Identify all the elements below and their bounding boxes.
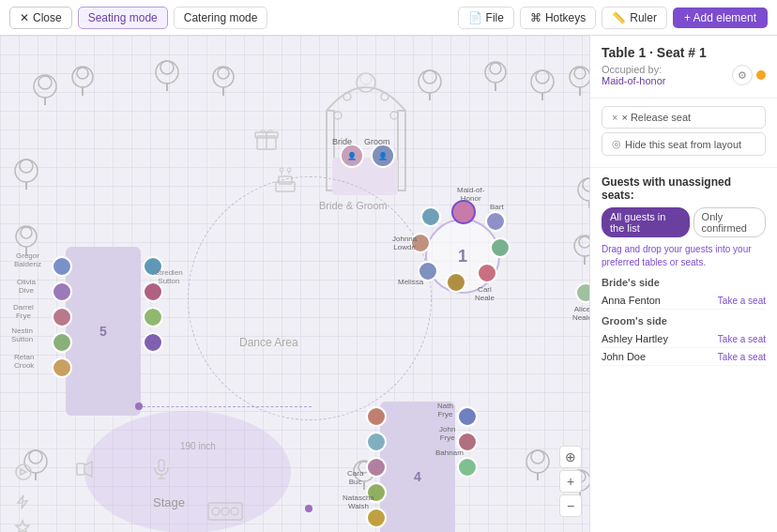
seat-t1-2[interactable]: [485, 211, 506, 232]
t4-label-2: JohnFrye: [439, 425, 455, 442]
tree-5: [413, 68, 447, 102]
seat-t5-5[interactable]: [52, 357, 72, 378]
zoom-out-button[interactable]: −: [559, 494, 582, 517]
seat-t4-3[interactable]: [366, 457, 387, 478]
tree-12: [568, 233, 589, 266]
status-dot: [756, 70, 766, 80]
catering-mode-button[interactable]: Catering mode: [174, 7, 268, 29]
seat-t4-5[interactable]: [366, 508, 387, 528]
gear-button[interactable]: ⚙: [732, 65, 753, 85]
seat-t4-6[interactable]: [457, 406, 478, 427]
svg-point-25: [20, 160, 33, 173]
anna-take-seat[interactable]: Take a seat: [718, 296, 766, 306]
svg-marker-75: [18, 495, 27, 509]
ashley-take-seat[interactable]: Take a seat: [718, 334, 766, 344]
map-controls: ⊕ + −: [559, 446, 582, 517]
grooms-side-label: Groom's side: [602, 315, 766, 327]
svg-point-72: [221, 508, 229, 515]
svg-point-34: [579, 236, 589, 248]
svg-rect-67: [159, 460, 164, 471]
tree-4: [206, 64, 240, 98]
ruler-button[interactable]: 📏 Ruler: [602, 7, 667, 29]
groom-label: Groom: [364, 137, 390, 146]
seat-t4-8[interactable]: [457, 457, 478, 478]
name-label-5: RetanCrook: [14, 353, 34, 370]
seat-t1-8[interactable]: [420, 206, 441, 227]
svg-point-4: [77, 68, 88, 79]
name-label-2: OliviaDive: [17, 278, 36, 295]
crosshair-button[interactable]: ⊕: [559, 446, 582, 468]
svg-point-39: [526, 450, 549, 473]
stage-area: [84, 411, 291, 532]
hide-seat-button[interactable]: ◎ Hide this seat from layout: [602, 132, 766, 156]
seat-t5-1[interactable]: [52, 256, 72, 277]
add-element-button[interactable]: + Add element: [673, 8, 768, 28]
file-button[interactable]: 📄 File: [458, 7, 514, 29]
guests-section-title: Guests with unassigned seats:: [602, 175, 766, 202]
john-take-seat[interactable]: Take a seat: [718, 352, 766, 362]
tree-11: [572, 176, 589, 210]
toolbar-right: 📄 File ⌘ Hotkeys 📏 Ruler + Add element: [458, 7, 768, 29]
tree-6: [479, 59, 512, 93]
groom-avatar[interactable]: 👤: [371, 144, 395, 168]
close-button[interactable]: ✕ Close: [9, 7, 72, 29]
ashley-hartley-name: Ashley Hartley: [602, 333, 668, 344]
name-label-1: GregorBaldenz: [14, 251, 41, 268]
filter-all-tab[interactable]: All guests in the list: [602, 207, 690, 237]
svg-point-13: [423, 70, 436, 84]
svg-rect-49: [398, 111, 405, 190]
svg-point-21: [570, 67, 589, 87]
t4-label-5: NataschaWalsh: [343, 494, 374, 510]
seat-t5-4[interactable]: [52, 332, 72, 353]
mixer-icon: [206, 495, 244, 524]
svg-point-19: [536, 70, 549, 84]
release-seat-button[interactable]: × × Release seat: [602, 106, 766, 129]
audio-icon: [14, 463, 33, 484]
seat-t4-2[interactable]: [366, 432, 387, 452]
moh-label: Maid-of-Honor: [457, 186, 484, 203]
svg-point-28: [21, 227, 32, 238]
guest-row-anna: Anna Fenton Take a seat: [602, 292, 766, 310]
svg-marker-76: [16, 521, 29, 532]
seat-t4-1[interactable]: [366, 406, 387, 427]
seat-t1-2-label: Bart: [490, 203, 504, 211]
measurement-dot-right: [305, 505, 312, 512]
seat-t1-4[interactable]: [477, 263, 497, 283]
seating-canvas[interactable]: 👤 👤 Bride Groom Bride & Groom: [0, 36, 589, 532]
table-4[interactable]: 4: [380, 402, 455, 532]
release-icon: ×: [612, 112, 617, 123]
tree-2: [66, 64, 99, 98]
occupied-row: Occupied by: Maid-of-honor ⚙: [602, 64, 766, 86]
seat-t5-8[interactable]: [143, 307, 163, 327]
svg-point-52: [381, 93, 388, 100]
seat-t5-2[interactable]: [52, 281, 72, 302]
bride-avatar[interactable]: 👤: [340, 144, 364, 168]
guests-hint: Drag and drop your guests into your pref…: [602, 243, 766, 269]
panel-title: Table 1 · Seat # 1: [602, 45, 766, 60]
svg-point-12: [419, 70, 441, 93]
hotkeys-button[interactable]: ⌘ Hotkeys: [520, 7, 596, 29]
brides-side-label: Bride's side: [602, 277, 766, 288]
svg-rect-66: [77, 464, 84, 475]
seat-t1-moh[interactable]: [451, 200, 476, 224]
measurement-line: [138, 406, 312, 407]
svg-point-22: [574, 68, 586, 79]
svg-point-1: [38, 76, 52, 89]
microphone-icon: [150, 458, 173, 483]
table-5[interactable]: 5: [66, 247, 141, 416]
svg-point-0: [34, 75, 56, 98]
seat-t1-3[interactable]: [490, 237, 510, 258]
occupied-label: Occupied by:: [602, 64, 665, 75]
zoom-in-button[interactable]: +: [559, 470, 582, 493]
svg-point-53: [334, 112, 342, 119]
filter-confirmed-tab[interactable]: Only confirmed: [693, 207, 766, 237]
seat-t1-7-label: JohnnaLowde: [392, 235, 417, 251]
right-panel: Table 1 · Seat # 1 Occupied by: Maid-of-…: [589, 36, 777, 532]
seat-t5-9[interactable]: [143, 332, 163, 353]
seat-t1-5[interactable]: [446, 272, 466, 293]
seat-t5-3[interactable]: [52, 307, 72, 327]
t4-label-4: CaraBuc: [347, 469, 363, 486]
alice-neale-avatar[interactable]: [575, 282, 589, 303]
seat-t1-4-label: CarlNeale: [475, 285, 495, 302]
seating-mode-button[interactable]: Seating mode: [78, 7, 168, 29]
